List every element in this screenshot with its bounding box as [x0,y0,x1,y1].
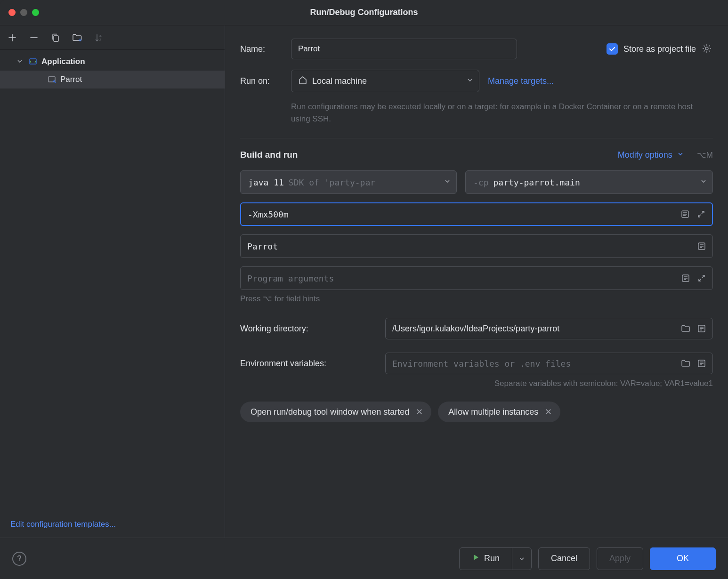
runon-value: Local machine [312,76,462,86]
config-tree: Application Parrot [0,50,225,511]
svg-rect-0 [54,36,58,41]
svg-text:z: z [99,37,101,41]
sdk-description: SDK of 'party-par [289,177,375,187]
close-icon[interactable]: ✕ [416,407,423,417]
run-config-icon [47,75,57,84]
run-button-label: Run [484,554,500,563]
chip-allow-multiple[interactable]: Allow multiple instances ✕ [438,402,560,422]
chip-label: Open run/debug tool window when started [251,407,409,417]
list-icon[interactable] [679,272,692,284]
manage-targets-link[interactable]: Manage targets... [488,76,554,86]
runon-description: Run configurations may be executed local… [291,101,713,125]
main-class-input[interactable] [247,241,692,251]
gear-icon[interactable] [702,43,713,55]
tree-node-label: Application [41,57,85,66]
cancel-button[interactable]: Cancel [538,547,590,570]
modify-options-link[interactable]: Modify options [618,150,672,160]
titlebar: Run/Debug Configurations [0,0,728,25]
list-icon[interactable] [679,208,691,220]
envvar-input[interactable] [392,359,676,369]
workdir-wrap [385,318,713,339]
workdir-input[interactable] [392,324,676,334]
window-close-button[interactable] [8,9,16,16]
list-icon[interactable] [696,240,708,252]
home-icon [298,75,307,87]
store-as-project-label: Store as project file [623,44,696,54]
remove-config-button[interactable] [28,32,40,43]
folder-add-button[interactable] [72,32,83,43]
envvar-wrap [385,353,713,374]
divider [240,138,713,138]
chip-label: Allow multiple instances [448,407,538,417]
store-as-project-checkbox[interactable] [607,43,618,55]
runon-select[interactable]: Local machine [291,70,479,92]
chevron-down-icon [677,150,684,160]
main-class-wrap [240,234,713,258]
vm-options-input[interactable] [248,209,675,219]
window-minimize-button[interactable] [20,9,27,16]
close-icon[interactable]: ✕ [545,407,552,417]
play-icon [472,554,479,563]
application-type-icon [28,57,38,66]
chevron-down-icon [700,177,707,187]
cp-value: party-parrot.main [493,177,580,187]
program-args-input[interactable] [247,273,676,283]
field-hint: Press ⌥ for field hints [240,294,713,304]
chevron-down-icon [467,76,473,86]
help-button[interactable]: ? [12,552,26,566]
sdk-value: java 11 [248,177,284,187]
sidebar-toolbar: az [0,25,225,50]
list-icon[interactable] [696,357,708,370]
runon-label: Run on: [240,76,283,86]
tree-node-parrot[interactable]: Parrot [0,71,225,88]
window-title: Run/Debug Configurations [310,8,418,17]
workdir-label: Working directory: [240,324,377,334]
apply-button[interactable]: Apply [597,547,643,570]
ok-button[interactable]: OK [650,547,716,570]
name-label: Name: [240,44,283,54]
name-input[interactable] [291,39,517,59]
main-panel: Name: Store as project file Run on: [225,25,728,538]
copy-config-button[interactable] [50,32,61,43]
run-button[interactable]: Run [459,547,532,570]
expand-icon[interactable] [696,272,708,284]
envvar-hint: Separate variables with semicolon: VAR=v… [240,379,713,388]
chip-open-tool-window[interactable]: Open run/debug tool window when started … [240,402,431,422]
classpath-select[interactable]: -cp party-parrot.main [465,170,713,194]
folder-icon[interactable] [679,322,692,335]
edit-templates-link[interactable]: Edit configuration templates... [10,520,116,529]
chevron-down-icon [17,57,24,66]
sdk-select[interactable]: java 11 SDK of 'party-par [240,170,457,194]
envvar-label: Environment variables: [240,359,377,369]
expand-icon[interactable] [695,208,707,220]
modify-shortcut: ⌥M [697,150,713,160]
cp-prefix: -cp [473,177,489,187]
tree-node-label: Parrot [60,75,82,84]
run-dropdown[interactable] [512,548,531,570]
svg-point-5 [705,47,708,50]
chevron-down-icon [444,177,451,187]
section-title: Build and run [240,150,298,160]
program-args-wrap [240,266,713,290]
dialog-footer: ? Run Cancel Apply OK [0,538,728,579]
vm-options-wrap [240,202,713,226]
list-icon[interactable] [696,322,708,335]
sidebar: az Application Parrot [0,25,225,538]
sort-button[interactable]: az [93,32,105,43]
tree-node-application[interactable]: Application [0,53,225,71]
window-maximize-button[interactable] [32,9,39,16]
folder-icon[interactable] [679,357,692,370]
add-config-button[interactable] [7,32,18,43]
